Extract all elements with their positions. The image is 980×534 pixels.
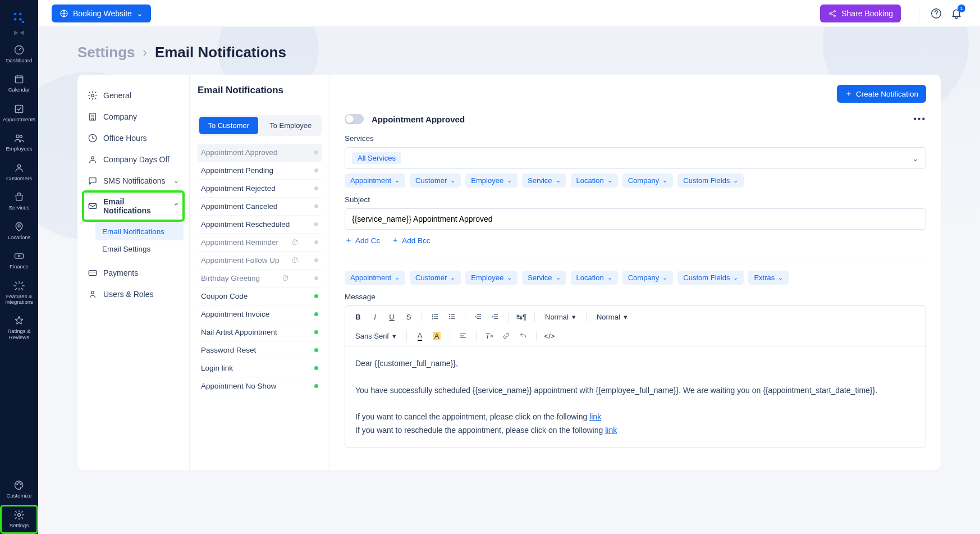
globe-icon: [59, 9, 68, 18]
rte-clear-format[interactable]: T×: [482, 328, 497, 343]
variable-chip[interactable]: Customer⌄: [410, 174, 461, 188]
notification-list-item[interactable]: Appointment Invoice: [198, 305, 322, 323]
rte-direction[interactable]: ↹¶: [514, 309, 529, 324]
tab-to-employee[interactable]: To Employee: [262, 117, 320, 134]
nav-calendar[interactable]: Calendar: [0, 69, 38, 98]
share-booking-button[interactable]: Share Booking: [820, 4, 901, 22]
settings-item-sms[interactable]: SMS Notifications ⌄: [83, 170, 184, 191]
nav-customers[interactable]: Customers: [0, 158, 38, 187]
cancel-link[interactable]: link: [589, 412, 601, 421]
settings-item-email[interactable]: Email Notifications ⌃: [83, 191, 184, 221]
add-bcc-button[interactable]: ＋Add Bcc: [391, 235, 430, 245]
rte-bg-color[interactable]: A: [429, 328, 444, 343]
notification-list-item[interactable]: Appointment Rescheduled: [198, 216, 322, 234]
nav-dashboard[interactable]: Dashboard: [0, 40, 38, 69]
subject-input[interactable]: [345, 208, 926, 230]
settings-subitem-email-notifications[interactable]: Email Notifications: [95, 223, 184, 240]
notification-list-item[interactable]: Appointment Follow Up⏱: [198, 252, 322, 270]
rte-undo[interactable]: [516, 328, 530, 343]
rte-line: You have successfully scheduled {{servic…: [355, 384, 915, 398]
rte-italic[interactable]: I: [368, 309, 382, 324]
nav-features[interactable]: Features & Integrations: [0, 276, 38, 311]
rte-outdent[interactable]: [471, 309, 486, 324]
rte-size-select[interactable]: Normal▾: [541, 313, 580, 321]
variable-chip[interactable]: Company⌄: [622, 271, 674, 285]
tab-to-customer[interactable]: To Customer: [199, 117, 258, 134]
notification-item-label: Appointment Rescheduled: [201, 220, 290, 229]
rte-bold[interactable]: B: [351, 309, 365, 324]
nav-services[interactable]: Services: [0, 187, 38, 216]
rte-align[interactable]: [456, 328, 470, 343]
notification-list-item[interactable]: Appointment No Show: [198, 377, 322, 395]
rte-code[interactable]: </>: [542, 328, 557, 343]
settings-item-days-off[interactable]: Company Days Off: [83, 149, 184, 170]
help-button[interactable]: [926, 3, 946, 24]
notification-item-label: Appointment Canceled: [201, 202, 278, 211]
notification-list-item[interactable]: Password Reset: [198, 341, 322, 359]
svg-point-15: [19, 482, 20, 483]
rte-text-color[interactable]: A: [413, 328, 427, 343]
nav-ratings[interactable]: Ratings & Reviews: [0, 311, 38, 346]
notifications-button[interactable]: 1: [946, 3, 967, 24]
create-notification-button[interactable]: ＋ Create Notification: [837, 85, 926, 103]
rte-body[interactable]: Dear {{customer_full_name}}, You have su…: [345, 347, 926, 448]
variable-chip[interactable]: Customer⌄: [410, 271, 461, 285]
notification-list-item[interactable]: Appointment Pending: [198, 162, 322, 180]
variable-chip[interactable]: Custom Fields⌄: [677, 271, 744, 285]
rte-strike[interactable]: S: [401, 309, 416, 324]
settings-item-office-hours[interactable]: Office Hours: [83, 127, 184, 149]
rte-link[interactable]: [499, 328, 514, 343]
booking-website-dropdown[interactable]: Booking Website ⌄: [52, 4, 151, 22]
variable-chip[interactable]: Employee⌄: [465, 174, 518, 188]
add-cc-button[interactable]: ＋Add Cc: [345, 235, 380, 245]
rte-font-select[interactable]: Sans Serif▾: [351, 332, 401, 340]
nav-appointments[interactable]: Appointments: [0, 99, 38, 128]
nav-settings[interactable]: Settings: [0, 505, 38, 534]
rte-indent[interactable]: [488, 309, 502, 324]
rte-heading-select[interactable]: Normal▾: [592, 313, 632, 321]
notification-list-item[interactable]: Appointment Approved: [198, 144, 322, 162]
variable-chip[interactable]: Service⌄: [522, 174, 566, 188]
variable-chip[interactable]: Employee⌄: [465, 271, 518, 285]
settings-item-company[interactable]: Company: [83, 106, 184, 127]
variable-chip[interactable]: Location⌄: [571, 174, 618, 188]
rte-ol[interactable]: [428, 309, 442, 324]
variable-chip[interactable]: Company⌄: [622, 174, 674, 188]
settings-item-general[interactable]: General: [83, 85, 184, 106]
variable-chip[interactable]: Service⌄: [522, 271, 566, 285]
chevron-down-icon: ⌄: [395, 177, 400, 184]
status-dot: [314, 222, 318, 226]
clock-icon: [88, 133, 98, 143]
share-label: Share Booking: [841, 9, 893, 18]
nav-locations[interactable]: Locations: [0, 217, 38, 246]
notification-list-item[interactable]: Appointment Rejected: [198, 180, 322, 198]
notification-list-item[interactable]: Appointment Canceled: [198, 198, 322, 216]
rte-underline[interactable]: U: [384, 309, 399, 324]
app-logo[interactable]: [11, 10, 27, 26]
nav-customize[interactable]: Customize: [0, 475, 38, 504]
settings-item-payments[interactable]: Payments: [83, 262, 184, 284]
notification-list-item[interactable]: Coupon Code: [198, 287, 322, 305]
variable-chip[interactable]: Appointment⌄: [345, 271, 405, 285]
breadcrumb-root[interactable]: Settings: [77, 44, 135, 61]
nav-finance[interactable]: Finance: [0, 246, 38, 275]
breadcrumb: Settings › Email Notifications: [77, 44, 941, 61]
variable-chip[interactable]: Custom Fields⌄: [677, 174, 744, 188]
settings-subitem-email-settings[interactable]: Email Settings: [95, 240, 184, 258]
enable-toggle[interactable]: [345, 114, 364, 124]
notification-list-item[interactable]: Nail Artist Appointment: [198, 323, 322, 341]
notification-list-item[interactable]: Login link: [198, 359, 322, 377]
nav-collapse-toggle[interactable]: ▶ ◀: [14, 29, 25, 35]
variable-chip[interactable]: Location⌄: [571, 271, 618, 285]
notification-list-item[interactable]: Birthday Greeting⏱: [198, 270, 322, 287]
settings-item-users[interactable]: Users & Roles: [83, 284, 184, 305]
notification-list-item[interactable]: Appointment Reminder⏱: [198, 234, 322, 252]
reschedule-link[interactable]: link: [605, 426, 617, 435]
status-dot: [314, 294, 318, 298]
services-select[interactable]: All Services ⌄: [345, 147, 926, 169]
variable-chip[interactable]: Appointment⌄: [345, 174, 405, 188]
more-actions-button[interactable]: •••: [913, 114, 926, 124]
nav-employees[interactable]: Employees: [0, 128, 38, 157]
rte-ul[interactable]: [445, 309, 459, 324]
variable-chip[interactable]: Extras⌄: [748, 271, 789, 285]
